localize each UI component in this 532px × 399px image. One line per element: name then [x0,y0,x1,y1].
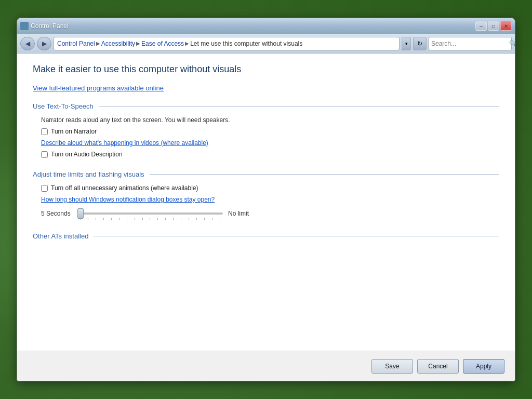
breadcrumb-control-panel[interactable]: Control Panel [57,40,95,47]
breadcrumb-current: Let me use this computer without visuals [190,40,302,47]
narrator-checkbox-row: Turn on Narrator [41,128,499,135]
main-content: Make it easier to use this computer with… [17,54,515,351]
audio-description-link[interactable]: Describe aloud what's happening in video… [41,139,499,147]
address-bar: ◀ ▶ Control Panel ▶ Accessibility ▶ Ease… [17,34,515,54]
close-button[interactable]: ✕ [500,21,512,31]
breadcrumb-bar: Control Panel ▶ Accessibility ▶ Ease of … [54,37,400,50]
audio-description-checkbox-label[interactable]: Turn on Audio Description [51,151,123,158]
slider-container [77,207,223,220]
narrator-checkbox-label[interactable]: Turn on Narrator [51,128,97,135]
page-title: Make it easier to use this computer with… [33,64,499,75]
narrator-description: Narrator reads aloud any text on the scr… [41,116,499,124]
section-time-limits: Adjust time limits and flashing visuals … [33,170,499,220]
search-input[interactable] [431,40,509,47]
breadcrumb-ease-of-access[interactable]: Ease of Access [141,40,184,47]
save-button[interactable]: Save [371,359,413,374]
search-icon[interactable]: 🔍 [509,38,515,49]
apply-button[interactable]: Apply [463,359,504,374]
forward-button[interactable]: ▶ [37,37,51,50]
slider-row: 5 Seconds [41,207,499,220]
section-tts-title: Use Text-To-Speech [33,102,94,110]
refresh-button[interactable]: ↻ [413,37,427,50]
section-time-title: Adjust time limits and flashing visuals [33,170,144,178]
title-bar-left: Control Panel [20,22,69,30]
audio-description-checkbox-row: Turn on Audio Description [41,151,499,158]
maximize-button[interactable]: □ [488,21,499,31]
minimize-button[interactable]: – [475,21,487,31]
main-window: Control Panel – □ ✕ ◀ ▶ Control Panel ▶ … [17,18,515,381]
section-tts-header: Use Text-To-Speech [33,102,499,110]
breadcrumb-accessibility[interactable]: Accessibility [101,40,135,47]
notification-slider[interactable] [77,212,223,215]
breadcrumb-dropdown[interactable]: ▾ [402,37,411,50]
section-other-ats: Other ATs installed [33,232,499,240]
animations-checkbox[interactable] [41,185,48,192]
section-time-body: Turn off all unnecessary animations (whe… [33,184,499,220]
section-ats-title: Other ATs installed [33,232,88,240]
search-bar: 🔍 [429,37,512,50]
audio-description-checkbox[interactable] [41,151,48,158]
back-button[interactable]: ◀ [20,37,35,50]
section-time-header: Adjust time limits and flashing visuals [33,170,499,178]
section-tts-body: Narrator reads aloud any text on the scr… [33,116,499,158]
cancel-button[interactable]: Cancel [417,359,459,374]
slider-max-label: No limit [228,210,249,217]
slider-min-label: 5 Seconds [41,210,72,217]
section-tts-line [99,106,499,107]
title-bar-buttons: – □ ✕ [475,21,512,31]
narrator-checkbox[interactable] [41,128,48,135]
notification-link[interactable]: How long should Windows notification dia… [41,196,499,203]
full-featured-link[interactable]: View full-featured programs available on… [33,84,164,92]
window-title: Control Panel [31,22,69,30]
section-time-line [150,174,499,175]
bottom-bar: Save Cancel Apply [17,351,515,381]
animations-checkbox-label[interactable]: Turn off all unnecessary animations (whe… [51,184,198,192]
section-ats-header: Other ATs installed [33,232,499,240]
section-text-to-speech: Use Text-To-Speech Narrator reads aloud … [33,102,499,158]
animations-checkbox-row: Turn off all unnecessary animations (whe… [41,184,499,192]
section-ats-line [94,236,499,236]
window-icon [20,22,29,30]
title-bar: Control Panel – □ ✕ [17,18,515,34]
